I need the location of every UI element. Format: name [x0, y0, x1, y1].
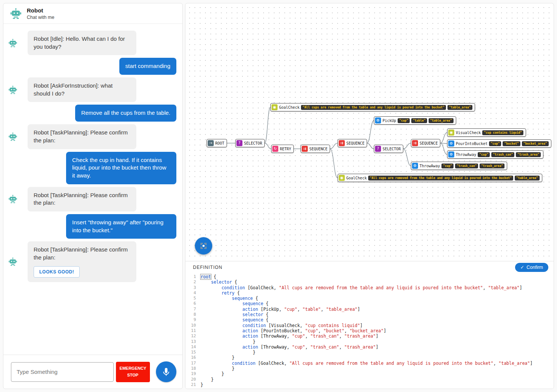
code-line: 1root { [185, 274, 554, 279]
node-param-chip: "cup contains liquid" [482, 130, 523, 135]
chat-panel: Robot Chat with me Robot [Idle]: Hello. … [3, 3, 183, 389]
code-line: 12 action [ThrowAway, "cup", "trash_can"… [185, 333, 554, 339]
tree-node-visualcheck[interactable]: ◉VisualCheck"cup contains liquid" [447, 128, 526, 137]
tree-node-root[interactable]: →ROOT [207, 139, 227, 147]
message-text: Remove all the cups from the table. [81, 109, 170, 117]
robot-avatar-icon [8, 132, 18, 142]
confirm-button-label: Confirm [526, 265, 543, 270]
definition-code-editor[interactable]: 1root {2 selector {3 condition [GoalChec… [185, 273, 554, 389]
message-text: Check the cup in hand. If it contains li… [72, 156, 170, 180]
code-text: } [201, 339, 255, 344]
tree-node-seq3[interactable]: ⇉SEQUENCE [411, 139, 440, 147]
code-line: 9 sequence { [185, 317, 554, 323]
code-line: 19 } [185, 371, 554, 377]
node-param-chip: "cup" [478, 152, 490, 157]
node-label: ROOT [215, 141, 224, 145]
definition-bar: DEFINITION ✓ Confirm [185, 261, 554, 273]
user-message-row: start commanding [8, 58, 176, 75]
message-text: start commanding [125, 62, 170, 70]
code-line: 16 } [185, 355, 554, 360]
emergency-stop-button[interactable]: EMERGENCY STOP [116, 362, 150, 382]
line-number: 12 [185, 333, 201, 339]
tree-node-retry1[interactable]: ↻RETRY [271, 145, 294, 153]
selector-node-icon: ? [236, 140, 242, 146]
tree-node-selector2[interactable]: ?SELECTOR [374, 145, 403, 153]
chat-input-bar: EMERGENCY STOP [3, 355, 182, 389]
user-message-bubble: Remove all the cups from the table. [75, 105, 176, 122]
tree-node-seq1[interactable]: ⇉SEQUENCE [301, 145, 330, 153]
tree-node-throw2[interactable]: ⚙ThrowAway"cup""trash_can""trash_area" [411, 162, 507, 170]
code-line: 3 condition [GoalCheck, "All cups are re… [185, 285, 554, 290]
code-line: 2 selector { [185, 279, 554, 285]
robot-message-row: Robot [AskForInstruction]: what should I… [8, 77, 176, 102]
tree-node-throw1[interactable]: ⚙ThrowAway"cup""trash_can""trash_area" [447, 150, 543, 159]
tree-node-pickup[interactable]: ⚙PickUp"cup""table""table_area" [374, 116, 456, 125]
node-label: SELECTOR [244, 141, 262, 145]
user-message-row: Insert "throwing away" after "pouring in… [8, 214, 176, 239]
robot-message-bubble: Robot [TaskPlanning]: Please confirm the… [28, 187, 136, 211]
code-text: sequence { [201, 317, 268, 323]
line-number: 7 [185, 307, 201, 312]
line-number: 4 [185, 290, 201, 296]
robot-message-row: Robot [TaskPlanning]: Please confirm the… [8, 241, 176, 282]
code-text: action [PickUp, "cup", "table", "table_a… [201, 307, 360, 312]
line-number: 6 [185, 301, 201, 306]
node-param-chip: "trash_area" [516, 152, 541, 157]
tree-node-pour[interactable]: ⚙PourIntoBucket"cup""bucket""bucket_area… [447, 139, 551, 148]
code-text: } [201, 371, 224, 377]
robot-avatar-icon [8, 38, 18, 48]
line-number: 5 [185, 296, 201, 301]
line-number: 11 [185, 328, 201, 333]
node-param-chip: "All cups are removed from the table and… [301, 105, 446, 110]
robot-message-bubble: Robot [AskForInstruction]: what should I… [28, 77, 136, 102]
node-param-chip: "bucket" [503, 141, 520, 146]
message-text: Robot [Idle]: Hello. What can I do for y… [34, 35, 130, 51]
fit-view-icon [199, 242, 208, 250]
code-text: selector { [201, 312, 268, 317]
selector-node-icon: ? [375, 146, 381, 152]
node-label: SEQUENCE [346, 141, 364, 145]
confirm-button[interactable]: ✓ Confirm [515, 263, 548, 272]
microphone-button[interactable] [156, 361, 176, 382]
line-number: 14 [185, 344, 201, 350]
code-text: sequence { [201, 296, 258, 301]
robot-message-row: Robot [TaskPlanning]: Please confirm the… [8, 187, 176, 211]
line-number: 3 [185, 285, 201, 290]
code-text: } [201, 382, 203, 387]
code-line: 13 } [185, 339, 554, 344]
robot-message-bubble: Robot [TaskPlanning]: Please confirm the… [28, 241, 136, 282]
fit-view-button[interactable] [195, 237, 212, 255]
user-message-bubble: start commanding [119, 58, 176, 75]
definition-title: DEFINITION [193, 265, 222, 270]
sequence-node-icon: ⇉ [302, 146, 308, 152]
code-text: action [ThrowAway, "cup", "trash_can", "… [201, 333, 378, 339]
node-param-chip: "trash_can" [491, 152, 514, 157]
behavior-tree-canvas[interactable]: →ROOT?SELECTOR◉GoalCheck"All cups are re… [185, 3, 554, 261]
node-label: PickUp [383, 119, 396, 123]
node-label: RETRY [280, 147, 291, 151]
line-number: 20 [185, 377, 201, 382]
code-text: root { [201, 274, 216, 279]
tree-node-goalcheck1[interactable]: ◉GoalCheck"All cups are removed from the… [270, 103, 475, 111]
node-param-chip: "table" [411, 118, 427, 123]
condition-node-icon: ◉ [448, 130, 454, 136]
chat-messages[interactable]: Robot [Idle]: Hello. What can I do for y… [3, 24, 182, 355]
node-label: GoalCheck [279, 105, 299, 110]
message-text: Robot [TaskPlanning]: Please confirm the… [34, 246, 130, 261]
looks-good-button[interactable]: LOOKS GOOD! [34, 266, 80, 278]
line-number: 18 [185, 366, 201, 371]
node-label: ThrowAway [456, 153, 476, 157]
message-text: Robot [TaskPlanning]: Please confirm the… [34, 129, 130, 144]
node-param-chip: "bucket_area" [522, 141, 549, 146]
tree-node-selector1[interactable]: ?SELECTOR [235, 139, 265, 147]
node-param-chip: "table_area" [447, 105, 472, 110]
tree-node-seq2[interactable]: ⇉SEQUENCE [338, 139, 367, 147]
line-number: 9 [185, 317, 201, 323]
user-message-bubble: Insert "throwing away" after "pouring in… [66, 214, 176, 239]
robot-message-bubble: Robot [TaskPlanning]: Please confirm the… [28, 124, 136, 149]
chat-text-input[interactable] [11, 362, 114, 382]
robot-message-row: Robot [Idle]: Hello. What can I do for y… [8, 31, 176, 55]
node-param-chip: "trash_area" [480, 164, 505, 168]
check-icon: ✓ [520, 264, 524, 270]
tree-node-goalcheck2[interactable]: ◉GoalCheck"All cups are removed from the… [338, 174, 542, 182]
